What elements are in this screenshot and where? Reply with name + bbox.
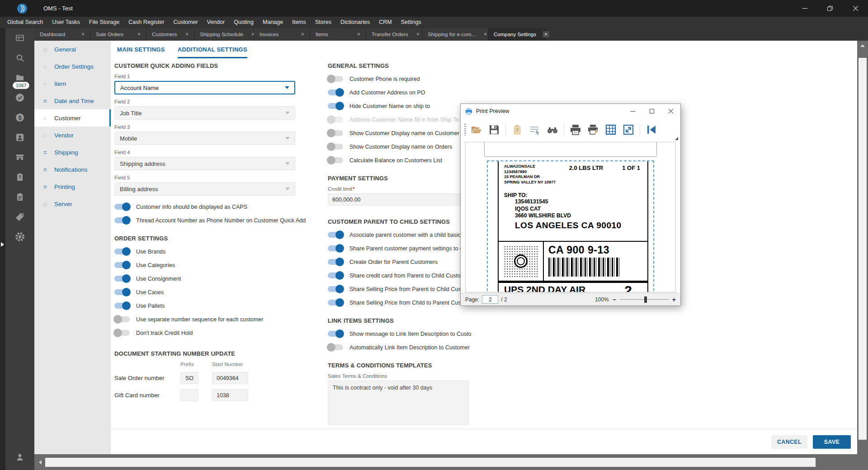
tab-transfer-orders[interactable]: Transfer Orders × [366, 28, 422, 41]
toggle-thread-account[interactable] [114, 217, 130, 223]
menu-dictionaries[interactable]: Dictionaries [336, 17, 374, 28]
first-page-icon[interactable] [644, 122, 659, 137]
toggle-address-fill[interactable] [328, 117, 343, 122]
tab-additional-settings[interactable]: ADDITIONAL SETTINGS [178, 46, 247, 58]
search-icon[interactable] [5, 48, 34, 68]
preview-viewport[interactable]: ALWAZONSALE 1234567890 15 PEARLMAN DR SP… [465, 142, 676, 292]
toggle-display-orders[interactable] [328, 144, 343, 150]
menu-cash-register[interactable]: Cash Register [124, 17, 169, 28]
find-binoculars-icon[interactable] [545, 122, 560, 137]
vertical-scroll-thumb[interactable] [859, 58, 867, 440]
tab-close-icon[interactable]: × [415, 31, 421, 38]
toggle-address-on-po[interactable] [328, 89, 343, 95]
toggle-calc-balance[interactable] [328, 157, 343, 163]
menu-quoting[interactable]: Quoting [229, 17, 258, 28]
toolbar-grip-handle[interactable] [464, 124, 466, 136]
horizontal-scroll-thumb[interactable] [45, 458, 816, 467]
toggle-display-customer-list[interactable] [328, 130, 343, 136]
zoom-slider-thumb[interactable] [644, 296, 647, 303]
user-profile-icon[interactable] [5, 447, 34, 467]
toggle-use-brands[interactable] [114, 249, 130, 254]
field-5-dropdown[interactable]: Billing address [114, 182, 295, 196]
clipboard-question-disabled-icon[interactable]: ? [510, 122, 524, 137]
toolbar-overflow-icon[interactable] [675, 137, 678, 140]
tab-customers[interactable]: Customers × [146, 28, 194, 41]
quick-print-icon[interactable] [586, 122, 600, 137]
field-3-dropdown[interactable]: Mobile [114, 132, 295, 145]
toggle-phone-required[interactable] [328, 76, 343, 82]
zoom-in-button[interactable]: + [672, 296, 676, 303]
toggle-share-credit-card[interactable] [328, 273, 343, 278]
field-1-dropdown[interactable]: Account Name [114, 81, 295, 94]
tab-close-icon[interactable]: × [542, 31, 549, 38]
zoom-out-button[interactable]: − [613, 296, 616, 303]
toggle-use-consignment[interactable] [114, 276, 130, 282]
clipboard-question-icon[interactable]: ? [5, 167, 34, 187]
nav-item-general[interactable]: ◇ General [34, 41, 111, 58]
tab-close-icon[interactable]: × [136, 31, 142, 38]
credit-limit-input[interactable]: 600,000.00 [328, 193, 469, 206]
toggle-associate-parent[interactable] [328, 232, 343, 238]
sale-order-start-input[interactable]: 0049364 [212, 372, 248, 384]
page-setup-grid-icon[interactable] [604, 122, 618, 137]
dollar-icon[interactable]: $ [5, 108, 34, 127]
save-icon[interactable] [487, 122, 501, 137]
cancel-button[interactable]: CANCEL [771, 435, 807, 449]
field-4-dropdown[interactable]: Shipping address [114, 157, 295, 170]
menu-user-tasks[interactable]: User Tasks [47, 17, 85, 28]
tab-shipping-schedule[interactable]: Shipping Schedule × [194, 28, 254, 41]
dialog-close-icon[interactable] [661, 104, 680, 118]
print-preview-titlebar[interactable]: Print Preview [461, 104, 680, 118]
gift-card-start-input[interactable]: 1038 [212, 389, 248, 401]
tag-icon[interactable] [5, 207, 34, 227]
field-2-dropdown[interactable]: Job Title [114, 106, 295, 120]
toggle-share-price-parent-child[interactable] [328, 286, 343, 292]
toggle-link-message[interactable] [328, 331, 343, 337]
toggle-use-pallets[interactable] [114, 303, 130, 309]
menu-customer[interactable]: Customer [169, 17, 202, 28]
tab-close-icon[interactable]: × [482, 31, 489, 38]
tab-main-settings[interactable]: MAIN SETTINGS [117, 46, 165, 58]
scale-to-fit-icon[interactable] [621, 122, 636, 137]
toggle-use-categories[interactable] [114, 262, 130, 268]
tab-dashboard[interactable]: Dashboard × [34, 28, 90, 41]
panel-expander-arrow[interactable] [1, 242, 4, 247]
toggle-use-cases[interactable] [114, 289, 130, 295]
export-select-disabled-icon[interactable] [528, 122, 542, 137]
toggle-auto-link[interactable] [328, 344, 343, 350]
nav-item-order-settings[interactable]: ○ Order Settings [34, 58, 111, 75]
tab-invoices[interactable]: Invoices × [254, 28, 310, 41]
gift-card-prefix-input[interactable] [180, 389, 198, 401]
zoom-slider[interactable] [620, 296, 669, 303]
nav-item-vendor[interactable]: ○ Vendor [34, 127, 111, 144]
scroll-left-icon[interactable] [39, 460, 42, 465]
toggle-share-price-child-parent[interactable] [328, 300, 343, 306]
toggle-create-order-parent[interactable] [328, 259, 343, 265]
sales-terms-textarea[interactable]: This is contract only - void after 30 da… [328, 381, 469, 425]
toggle-separate-sequence[interactable] [114, 316, 130, 322]
sale-order-prefix-input[interactable]: SO [180, 372, 198, 384]
window-restore-icon[interactable] [817, 0, 843, 17]
toggle-hide-name-shipto[interactable] [328, 103, 343, 109]
open-file-icon[interactable] [469, 122, 484, 137]
print-icon[interactable] [568, 122, 583, 137]
tab-close-icon[interactable]: × [299, 31, 306, 38]
tab-close-icon[interactable]: × [184, 31, 190, 38]
nav-item-date-and-time[interactable]: = Date and Time [34, 92, 111, 109]
tab-close-icon[interactable]: × [80, 31, 86, 38]
tasks-check-icon[interactable]: 1067 [5, 88, 34, 108]
menu-stores[interactable]: Stores [311, 17, 336, 28]
nav-item-notifications[interactable]: = Notifications [34, 161, 111, 178]
dialog-minimize-icon[interactable] [623, 104, 642, 118]
dashboard-icon[interactable] [5, 28, 34, 48]
vertical-scrollbar[interactable] [857, 41, 868, 454]
nav-item-item[interactable]: ○ Item [34, 75, 111, 92]
scroll-up-icon[interactable] [857, 41, 868, 51]
dialog-maximize-icon[interactable] [642, 104, 661, 118]
toggle-credit-hold[interactable] [114, 330, 130, 336]
tab-sale-orders[interactable]: Sale Orders × [90, 28, 146, 41]
menu-manage[interactable]: Manage [258, 17, 288, 28]
contacts-icon[interactable] [5, 127, 34, 147]
menu-global-search[interactable]: Global Search [3, 17, 47, 28]
tab-company-settings[interactable]: Company Settings × [488, 28, 546, 41]
